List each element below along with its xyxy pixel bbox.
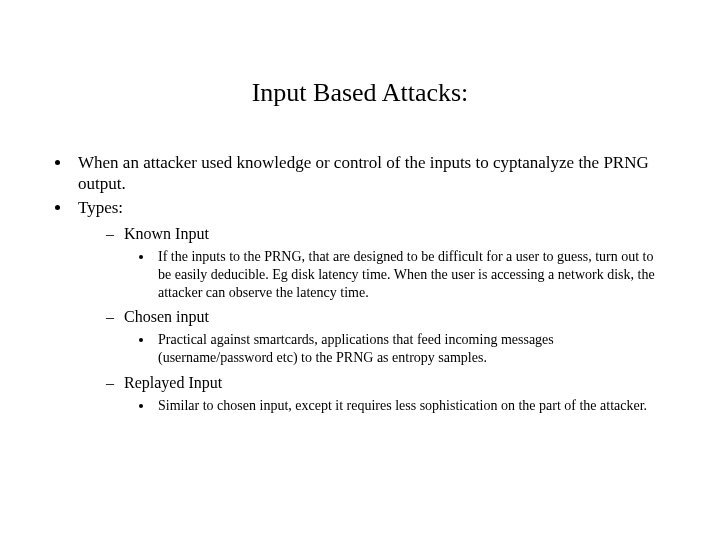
type-chosen-details: Practical against smartcards, applicatio… — [124, 331, 670, 367]
types-list: Known Input If the inputs to the PRNG, t… — [78, 224, 670, 415]
type-known: Known Input If the inputs to the PRNG, t… — [106, 224, 670, 302]
slide: Input Based Attacks: When an attacker us… — [0, 0, 720, 540]
type-known-detail: If the inputs to the PRNG, that are desi… — [154, 248, 670, 302]
types-label: Types: — [78, 198, 123, 217]
type-chosen-detail-text: Practical against smartcards, applicatio… — [158, 332, 554, 365]
types-bullet: Types: Known Input If the inputs to the … — [72, 197, 670, 416]
type-known-details: If the inputs to the PRNG, that are desi… — [124, 248, 670, 302]
slide-title: Input Based Attacks: — [50, 0, 670, 152]
type-replayed-detail: Similar to chosen input, except it requi… — [154, 397, 670, 415]
type-replayed: Replayed Input Similar to chosen input, … — [106, 373, 670, 415]
type-replayed-heading: Replayed Input — [124, 374, 222, 391]
type-replayed-detail-text: Similar to chosen input, except it requi… — [158, 398, 647, 413]
type-replayed-details: Similar to chosen input, except it requi… — [124, 397, 670, 415]
type-chosen-heading: Chosen input — [124, 308, 209, 325]
type-known-detail-text: If the inputs to the PRNG, that are desi… — [158, 249, 655, 300]
intro-text: When an attacker used knowledge or contr… — [78, 153, 649, 193]
type-chosen: Chosen input Practical against smartcard… — [106, 307, 670, 367]
intro-bullet: When an attacker used knowledge or contr… — [72, 152, 670, 195]
type-chosen-detail: Practical against smartcards, applicatio… — [154, 331, 670, 367]
type-known-heading: Known Input — [124, 225, 209, 242]
bullet-list: When an attacker used knowledge or contr… — [50, 152, 670, 415]
